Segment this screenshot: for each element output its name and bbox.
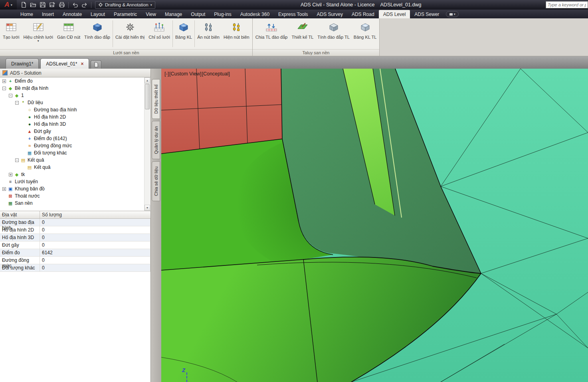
ribbon-tab-output[interactable]: Output [186, 10, 210, 18]
tree-item[interactable]: +▣Khung bản đồ [0, 185, 145, 192]
ribbon-button-tinh-dao-dap-tl[interactable]: Tính đào đắp TL [315, 19, 352, 49]
tree-item[interactable]: +Điểm đo (6142) [0, 135, 145, 142]
tree-item[interactable]: ▤Kết quả [0, 164, 145, 171]
table-row[interactable]: Đứt gãy0 [0, 241, 150, 249]
ribbon-tab-manage[interactable]: Manage [160, 10, 186, 18]
panel-title[interactable]: Lưới san nền [0, 49, 252, 56]
surface-group-icon: ◆ [8, 86, 13, 91]
ribbon-tab-ads-level[interactable]: ADS Level [379, 10, 410, 18]
ribbon-tab-express-tools[interactable]: Express Tools [274, 10, 312, 18]
vertical-tab-quan-ly-du-an[interactable]: Quản lý dự án [152, 121, 160, 159]
ribbon-display-options-button[interactable]: ▾ [446, 11, 459, 17]
panel-title[interactable]: Taluy san nền [253, 49, 380, 56]
expand-toggle[interactable]: + [2, 187, 6, 191]
plot-button[interactable] [57, 1, 66, 9]
tree-item[interactable]: -*Dữ liệu [0, 99, 145, 106]
close-tab-icon[interactable]: × [81, 61, 83, 67]
table-row[interactable]: Đường bao địa hình0 [0, 219, 150, 226]
table-row[interactable]: Điểm đo6142 [0, 249, 150, 257]
collapse-toggle[interactable]: - [9, 94, 12, 97]
ribbon-button-tao-luoi[interactable]: Tạo lưới [1, 19, 21, 49]
tree-item[interactable]: ≡Lưới tuyến [0, 178, 145, 185]
new-button[interactable] [19, 1, 28, 9]
panel-separator [194, 20, 195, 47]
tree-item[interactable]: ○Đường bao địa hình [0, 106, 145, 113]
tree-item[interactable]: ●Hố địa hình 2D [0, 113, 145, 121]
collapse-toggle[interactable]: - [15, 101, 19, 105]
ribbon-tab-autodesk-360[interactable]: Autodesk 360 [236, 10, 274, 18]
redo-button[interactable] [80, 1, 89, 9]
chevron-down-icon: ▾ [150, 3, 152, 7]
dropdown-caret-icon[interactable]: ▾ [38, 40, 39, 42]
vertical-tab-du-lieu-thiet-ke[interactable]: Dữ liệu thiết kế [152, 79, 160, 119]
new-drawing-tab-button[interactable] [91, 60, 101, 69]
collapse-toggle[interactable]: - [15, 158, 19, 162]
table-row[interactable]: Hố địa hình 2D0 [0, 226, 150, 234]
drawing-viewport[interactable]: [-] [Custom View] [Conceptual] Z [161, 69, 588, 382]
ribbon-tab-layout[interactable]: Layout [86, 10, 109, 18]
ribbon-tab-parametric[interactable]: Parametric [109, 10, 141, 18]
column-header[interactable]: Địa vật [0, 211, 40, 218]
tree-item[interactable]: ≈Đường đồng mức [0, 142, 145, 149]
ribbon-button-gan-cd-nut[interactable]: Gán CĐ nút [55, 19, 82, 49]
collapse-toggle[interactable]: - [2, 87, 6, 90]
ribbon-tab-ads-sewer[interactable]: ADS Sewer [410, 10, 443, 18]
ribbon-tab-ads-road[interactable]: ADS Road [347, 10, 379, 18]
ribbon-button-chi-so-luoi[interactable]: Chỉ số lưới [147, 19, 172, 49]
view-control[interactable]: [Custom View] [169, 71, 201, 77]
gear-icon [98, 2, 103, 7]
drawing-tab-adslevel-01[interactable]: ADSLevel_01* × [40, 58, 89, 69]
viewport-menu-control[interactable]: [-] [164, 71, 169, 77]
ribbon-button-an-nut-bien[interactable]: Ẩn nút biên [195, 19, 222, 49]
ribbon-button-chia-tl-dao-dap[interactable]: Chia TL đào đắp [253, 19, 290, 49]
table-row[interactable]: Đường đồng mức0 [0, 257, 150, 264]
open-button[interactable] [29, 1, 38, 9]
tree-item[interactable]: ▦San nền [0, 200, 145, 207]
vertical-tab-chia-se-du-lieu[interactable]: Chia sẻ dữ liệu [152, 161, 160, 201]
search-input[interactable] [546, 2, 588, 8]
ribbon-button-tinh-dao-dap[interactable]: Tính đào đắp [82, 19, 112, 49]
ribbon-tab-view[interactable]: View [141, 10, 160, 18]
column-header[interactable]: Số lượng [40, 211, 150, 218]
display-settings-icon [125, 20, 135, 34]
expand-toggle[interactable]: + [9, 173, 12, 176]
ribbon-tab-plug-ins[interactable]: Plug-ins [210, 10, 236, 18]
undo-button[interactable] [71, 1, 79, 9]
scroll-down-icon[interactable]: ▼ [145, 205, 150, 211]
scrollbar-thumb[interactable] [145, 84, 150, 109]
tree-item[interactable]: ▲Đứt gãy [0, 128, 145, 135]
drawing-tab-drawing1[interactable]: Drawing1* [6, 58, 39, 69]
tree-item[interactable]: -◆1 [0, 92, 145, 99]
application-menu-button[interactable]: A ▾ [0, 0, 17, 10]
tree-item[interactable]: ●Hố địa hình 3D [0, 121, 145, 128]
ribbon-button-hien-nut-bien[interactable]: Hiện nút biên [222, 19, 251, 49]
palette-header[interactable]: ADS - Solution [0, 69, 150, 77]
ribbon-tab-annotate[interactable]: Annotate [58, 10, 86, 18]
tree-item[interactable]: ⊠Thoát nước [0, 192, 145, 200]
tree-item[interactable]: +◆tk [0, 171, 145, 178]
workspace-switcher[interactable]: Drafting & Annotation ▾ [95, 1, 155, 9]
ribbon-button-cai-dat-hien-thi[interactable]: Cài đặt hiển thị [113, 19, 147, 49]
ribbon-tab-ads-survey[interactable]: ADS Survey [313, 10, 347, 18]
scroll-up-icon[interactable]: ▲ [145, 77, 150, 83]
expand-toggle[interactable]: + [2, 79, 6, 83]
tree-item[interactable]: -◆Bề mặt địa hình [0, 85, 145, 92]
ribbon-button-bang-kl[interactable]: Bảng KL [173, 19, 194, 49]
ribbon-tab-home[interactable]: Home [16, 10, 38, 18]
ribbon-button-bang-kl-tl[interactable]: Bảng KL TL [352, 19, 379, 49]
surface-icon: ◆ [14, 172, 20, 177]
save-as-button[interactable] [48, 1, 57, 9]
visual-style-control[interactable]: [Conceptual] [202, 71, 230, 77]
ribbon-button-hieu-chinh-luoi[interactable]: Hiệu chỉnh lưới ▾ [21, 19, 55, 49]
ribbon-tab-insert[interactable]: Insert [38, 10, 58, 18]
table-row[interactable]: Đối tượng khác0 [0, 264, 150, 272]
tree-scrollbar[interactable]: ▲ ▼ [144, 77, 150, 211]
table-row[interactable]: Hố địa hình 3D0 [0, 234, 150, 241]
tree-item[interactable]: -▤Kết quả [0, 156, 145, 164]
ribbon-button-thiet-ke-tl[interactable]: Thiết kế TL [289, 19, 315, 49]
tree-item[interactable]: ++Điểm đo [0, 77, 145, 85]
panel-separator [113, 20, 113, 47]
slope-design-icon [297, 20, 308, 34]
save-button[interactable] [38, 1, 47, 9]
tree-item[interactable]: ▦Đối tượng khác [0, 149, 145, 156]
